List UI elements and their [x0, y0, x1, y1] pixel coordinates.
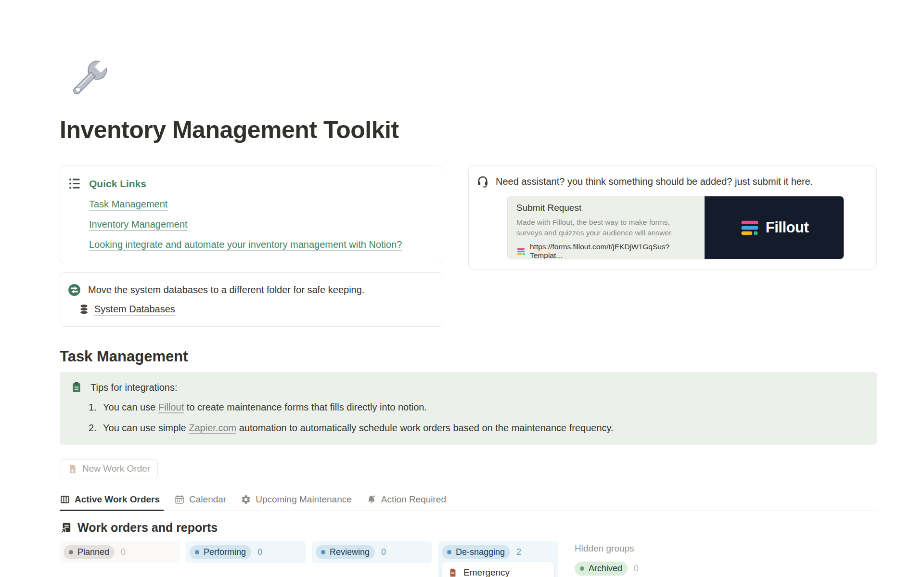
- quick-links-header: Quick Links: [68, 177, 435, 191]
- fillout-embed-info: Submit Request Made with Fillout, the be…: [508, 196, 705, 259]
- page-icon-wrench-emoji[interactable]: [60, 54, 114, 108]
- fillout-logo-panel: Fillout: [705, 196, 844, 259]
- assist-card: Need assistant? you think something shou…: [468, 166, 877, 269]
- tips-item: 1. You can use Fillout to create mainten…: [89, 401, 866, 413]
- column-header: Performing 0: [190, 545, 302, 559]
- headset-icon: [476, 175, 489, 188]
- board-card-emergency[interactable]: Emergency: [442, 562, 554, 577]
- bulleted-list-icon: [68, 177, 82, 191]
- transfer-arrows-icon: [68, 283, 81, 296]
- notion-page: Inventory Management Toolkit Quick Links: [0, 0, 924, 577]
- fillout-embed-description: Made with Fillout, the best way to make …: [516, 217, 696, 238]
- calendar-icon: [174, 494, 185, 505]
- tips-item: 2. You can use simple Zapier.com automat…: [89, 422, 866, 434]
- fillout-embed-url-row: https://forms.fillout.com/t/jEKDjW1GqSus…: [516, 243, 696, 259]
- database-callout-row: Move the system databases to a different…: [68, 283, 435, 296]
- left-column: Quick Links Task Management Inventory Ma…: [60, 166, 443, 327]
- assist-header: Need assistant? you think something shou…: [476, 175, 867, 188]
- quick-link-task-management[interactable]: Task Management: [89, 198, 167, 210]
- status-pill-de-snagging[interactable]: De-snagging: [442, 545, 510, 559]
- tab-label: Action Required: [381, 494, 446, 505]
- page-title: Inventory Management Toolkit: [60, 115, 877, 144]
- fillout-link[interactable]: Fillout: [158, 402, 184, 412]
- tips-list: 1. You can use Fillout to create mainten…: [89, 401, 866, 434]
- quick-links-title: Quick Links: [89, 178, 146, 190]
- tab-upcoming-maintenance[interactable]: Upcoming Maintenance: [241, 494, 356, 511]
- hidden-groups-label: Hidden groups: [575, 543, 639, 554]
- board-icon: [60, 494, 70, 505]
- clipboard-icon: [70, 381, 83, 394]
- tips-item-text: You can use simple Zapier.com automation…: [103, 422, 614, 434]
- quick-link-automation-article[interactable]: Looking integrate and automate your inve…: [89, 239, 402, 250]
- fillout-embed[interactable]: Submit Request Made with Fillout, the be…: [507, 196, 844, 259]
- hidden-group-archived-row: Archived 0: [575, 562, 639, 576]
- board-title-row: Work orders and reports: [60, 521, 877, 535]
- card-title: Emergency: [463, 567, 510, 577]
- status-pill-reviewing[interactable]: Reviewing: [316, 545, 375, 559]
- fillout-logo-text: Fillout: [766, 219, 808, 236]
- status-pill-planned[interactable]: Planned: [64, 545, 115, 559]
- status-dot: [447, 550, 451, 554]
- database-icon: [78, 304, 90, 315]
- database-callout-card: Move the system databases to a different…: [60, 272, 443, 327]
- database-callout-text: Move the system databases to a different…: [88, 284, 364, 295]
- quick-links-card: Quick Links Task Management Inventory Ma…: [60, 166, 443, 263]
- column-count: 0: [381, 547, 386, 557]
- status-dot: [580, 566, 584, 571]
- assist-text: Need assistant? you think something shou…: [496, 175, 813, 188]
- fillout-favicon: [516, 247, 526, 256]
- view-tabs: Active Work Orders Calendar Upcoming Mai…: [60, 494, 877, 511]
- board-column-de-snagging: De-snagging 2 Emergency: [438, 541, 558, 577]
- column-header: De-snagging 2: [442, 545, 554, 559]
- fillout-logo-icon: [740, 219, 760, 237]
- quick-links-list: Task Management Inventory Management Loo…: [89, 198, 435, 250]
- wrench-icon: [60, 54, 114, 108]
- tab-label: Upcoming Maintenance: [256, 494, 352, 505]
- status-pill-archived[interactable]: Archived: [575, 562, 628, 576]
- tab-calendar[interactable]: Calendar: [174, 494, 230, 511]
- board-view: Planned 0 Performing 0 Reviewing 0 De-sn…: [60, 541, 877, 577]
- board-title: Work orders and reports: [77, 521, 218, 535]
- task-management-heading: Task Management: [60, 347, 877, 365]
- column-count: 0: [121, 547, 126, 557]
- hidden-groups-section: Hidden groups Archived 0: [575, 541, 639, 576]
- status-pill-performing[interactable]: Performing: [190, 545, 251, 559]
- tab-action-required[interactable]: Action Required: [366, 494, 450, 511]
- board-column-performing: Performing 0: [186, 541, 306, 563]
- new-page-icon: [67, 464, 77, 474]
- linked-database-icon: [60, 522, 72, 534]
- tab-label: Active Work Orders: [75, 494, 160, 505]
- status-dot: [321, 550, 325, 554]
- tips-header: Tips for integrations:: [70, 381, 866, 394]
- tab-active-work-orders[interactable]: Active Work Orders: [60, 494, 164, 511]
- status-dot: [69, 550, 73, 554]
- new-work-order-label: New Work Order: [82, 463, 150, 474]
- tab-label: Calendar: [189, 494, 226, 505]
- quick-link-inventory-management[interactable]: Inventory Management: [89, 218, 188, 230]
- new-work-order-button[interactable]: New Work Order: [60, 459, 158, 478]
- right-column: Need assistant? you think something shou…: [468, 166, 877, 269]
- tips-callout: Tips for integrations: 1. You can use Fi…: [60, 372, 877, 445]
- list-number: 1.: [89, 401, 103, 413]
- fillout-embed-url: https://forms.fillout.com/t/jEKDjW1GqSus…: [530, 243, 696, 259]
- column-header: Planned 0: [64, 545, 176, 559]
- board-column-planned: Planned 0: [60, 541, 180, 563]
- column-header: Reviewing 0: [316, 545, 428, 559]
- fillout-embed-title: Submit Request: [516, 203, 696, 213]
- list-number: 2.: [89, 422, 103, 434]
- bell-badge-icon: [366, 494, 377, 505]
- page-icon-brown: [448, 567, 458, 577]
- board-column-reviewing: Reviewing 0: [312, 541, 432, 563]
- two-column-layout: Quick Links Task Management Inventory Ma…: [60, 166, 877, 327]
- tips-title: Tips for integrations:: [90, 382, 177, 393]
- system-databases-link[interactable]: System Databases: [94, 304, 175, 315]
- column-count: 0: [634, 564, 639, 574]
- column-count: 2: [516, 547, 521, 557]
- system-databases-row: System Databases: [78, 304, 435, 315]
- zapier-link[interactable]: Zapier.com: [189, 423, 236, 433]
- tips-item-text: You can use Fillout to create maintenanc…: [103, 401, 427, 413]
- column-count: 0: [257, 547, 262, 557]
- status-dot: [195, 550, 199, 554]
- gear-icon: [241, 494, 251, 505]
